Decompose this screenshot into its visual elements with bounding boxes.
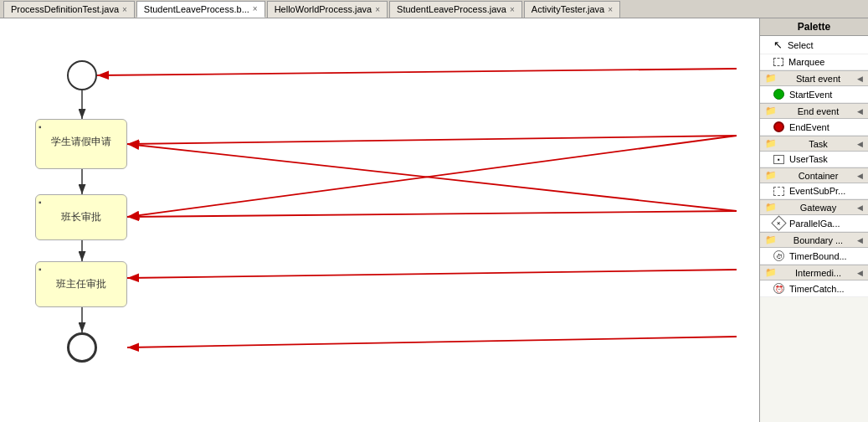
tab-4-close[interactable]: × — [608, 5, 613, 14]
task1-label: 学生请假申请 — [41, 135, 121, 149]
palette-item-timer-catch[interactable]: ⏰ TimerCatch... — [760, 280, 868, 297]
section-start-collapse: ◀ — [857, 75, 863, 83]
folder-end-icon: 📁 — [765, 106, 777, 116]
svg-line-7 — [127, 211, 737, 217]
select-label: Select — [788, 40, 814, 50]
section-intermediary[interactable]: 📁 Intermedi... ◀ — [760, 265, 868, 280]
section-intermediary-collapse: ◀ — [857, 269, 863, 277]
start-event-icon — [773, 89, 784, 100]
section-boundary[interactable]: 📁 Boundary ... ◀ — [760, 232, 868, 248]
tab-1-close[interactable]: × — [253, 4, 258, 13]
palette-item-user-task[interactable]: ▪ UserTask — [760, 152, 868, 167]
section-boundary-label: Boundary ... — [794, 235, 843, 245]
tab-3[interactable]: StudentLeaveProcess.java × — [389, 1, 522, 18]
tab-0-close[interactable]: × — [122, 5, 127, 14]
end-event-icon — [773, 121, 784, 132]
tab-1[interactable]: StudentLeaveProcess.b... × — [136, 1, 265, 18]
palette-panel: Palette ↖ Select Marquee 📁 Start event ◀… — [759, 18, 868, 422]
task2-shape[interactable]: ▪ 班长审批 — [35, 194, 127, 240]
section-intermediary-label: Intermedi... — [795, 268, 841, 278]
palette-item-marquee[interactable]: Marquee — [760, 54, 868, 70]
section-end-event[interactable]: 📁 End event ◀ — [760, 103, 868, 119]
timer-catch-icon: ⏰ — [773, 283, 784, 294]
section-task-label: Task — [809, 139, 828, 149]
section-gateway-collapse: ◀ — [857, 203, 863, 212]
section-start-event[interactable]: 📁 Start event ◀ — [760, 70, 868, 86]
task3-icon: ▪ — [39, 265, 42, 274]
section-gateway-label: Gateway — [800, 203, 836, 213]
marquee-label: Marquee — [788, 57, 824, 67]
svg-line-8 — [97, 69, 737, 75]
parallel-gw-icon: + — [771, 215, 786, 230]
task2-label: 班长审批 — [41, 210, 121, 224]
section-end-collapse: ◀ — [857, 107, 863, 116]
tab-2-close[interactable]: × — [375, 5, 380, 14]
palette-item-event-sub[interactable]: EventSubPr... — [760, 183, 868, 199]
user-task-label: UserTask — [789, 154, 828, 164]
palette-item-parallel-gw[interactable]: + ParallelGa... — [760, 215, 868, 232]
event-sub-icon — [773, 187, 784, 196]
start-event-label: StartEvent — [789, 90, 832, 100]
tab-3-close[interactable]: × — [510, 5, 515, 14]
end-event-label: EndEvent — [789, 122, 829, 132]
palette-item-timer-bound[interactable]: ⏱ TimerBound... — [760, 248, 868, 265]
task2-icon: ▪ — [39, 198, 42, 207]
section-task-collapse: ◀ — [857, 140, 863, 148]
timer-bound-label: TimerBound... — [789, 251, 847, 261]
start-event-shape[interactable] — [67, 60, 97, 90]
select-icon: ↖ — [773, 39, 783, 51]
section-task[interactable]: 📁 Task ◀ — [760, 136, 868, 152]
tab-3-label: StudentLeaveProcess.java — [397, 4, 506, 14]
task1-shape[interactable]: ▪ 学生请假申请 — [35, 119, 127, 169]
svg-line-11 — [127, 144, 737, 211]
palette-item-select[interactable]: ↖ Select — [760, 36, 868, 54]
task1-icon: ▪ — [39, 122, 42, 131]
palette-title: Palette — [760, 18, 868, 36]
section-start-label: Start event — [796, 74, 840, 84]
section-container-label: Container — [799, 171, 839, 181]
tab-0[interactable]: ProcessDefinitionTest.java × — [3, 1, 135, 18]
section-gateway[interactable]: 📁 Gateway ◀ — [760, 199, 868, 215]
timer-bound-icon: ⏱ — [773, 250, 784, 261]
palette-item-start-event[interactable]: StartEvent — [760, 86, 868, 103]
section-boundary-collapse: ◀ — [857, 236, 863, 244]
palette-item-end-event[interactable]: EndEvent — [760, 119, 868, 136]
main-area: ▪ 学生请假申请 ▪ 班长审批 ▪ 班主任审批 — [0, 18, 868, 422]
tab-2[interactable]: HelloWorldProcess.java × — [267, 1, 388, 18]
tab-4[interactable]: ActivityTester.java × — [524, 1, 620, 18]
svg-line-12 — [127, 337, 737, 347]
folder-boundary-icon: 📁 — [765, 234, 777, 245]
parallel-gw-label: ParallelGa... — [789, 219, 840, 229]
folder-task-icon: 📁 — [765, 138, 777, 149]
folder-container-icon: 📁 — [765, 170, 777, 181]
tab-2-label: HelloWorldProcess.java — [275, 4, 372, 14]
tab-1-label: StudentLeaveProcess.b... — [144, 4, 249, 14]
folder-intermediary-icon: 📁 — [765, 267, 777, 278]
svg-line-9 — [127, 270, 737, 278]
tabs-bar: ProcessDefinitionTest.java × StudentLeav… — [0, 0, 868, 18]
folder-start-icon: 📁 — [765, 73, 777, 84]
task3-shape[interactable]: ▪ 班主任审批 — [35, 261, 127, 307]
section-end-label: End event — [798, 106, 840, 116]
svg-line-10 — [127, 136, 737, 217]
end-event-shape[interactable] — [67, 332, 97, 363]
tab-0-label: ProcessDefinitionTest.java — [11, 4, 119, 14]
marquee-icon — [773, 58, 783, 66]
canvas-area[interactable]: ▪ 学生请假申请 ▪ 班长审批 ▪ 班主任审批 — [0, 18, 759, 422]
svg-line-6 — [127, 136, 737, 144]
user-task-icon: ▪ — [773, 155, 784, 164]
timer-catch-label: TimerCatch... — [789, 284, 845, 294]
folder-gateway-icon: 📁 — [765, 202, 777, 213]
section-container-collapse: ◀ — [857, 172, 863, 180]
event-sub-label: EventSubPr... — [789, 186, 845, 196]
section-container[interactable]: 📁 Container ◀ — [760, 167, 868, 183]
tab-4-label: ActivityTester.java — [532, 4, 604, 14]
task3-label: 班主任审批 — [41, 277, 121, 291]
